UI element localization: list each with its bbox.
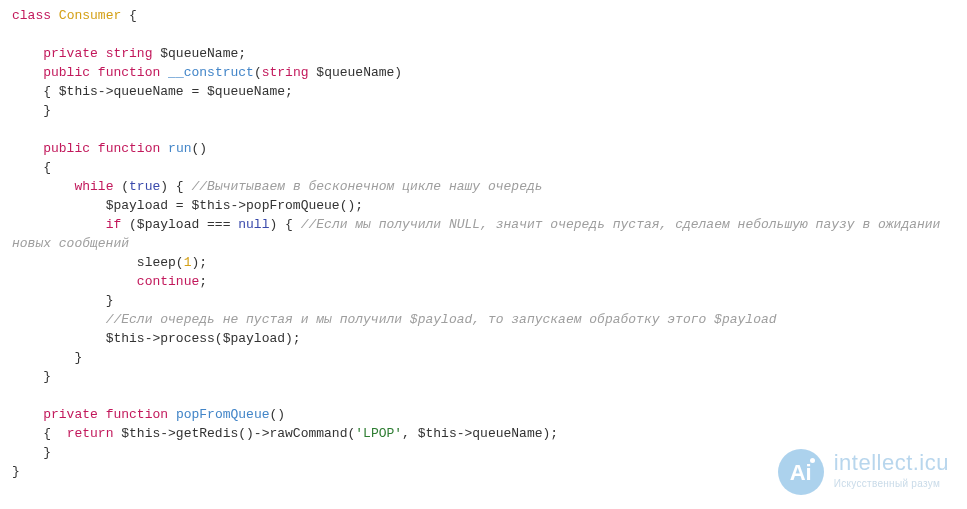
code-token-punct bbox=[98, 46, 106, 61]
code-token-kw: class bbox=[12, 8, 51, 23]
code-token-punct: () bbox=[191, 141, 207, 156]
code-token-punct bbox=[12, 141, 43, 156]
code-token-punct: ) { bbox=[160, 179, 191, 194]
code-token-punct bbox=[168, 407, 176, 422]
code-token-type: Consumer bbox=[59, 8, 121, 23]
code-token-kw: public bbox=[43, 141, 90, 156]
code-token-bool: null bbox=[238, 217, 269, 232]
code-token-punct: } bbox=[12, 350, 82, 365]
code-token-kw: function bbox=[106, 407, 168, 422]
code-token-kw: if bbox=[106, 217, 122, 232]
code-token-punct: ; bbox=[199, 274, 207, 289]
watermark-dot-icon bbox=[810, 458, 815, 463]
code-token-punct: ); bbox=[191, 255, 207, 270]
code-token-fn: __construct bbox=[168, 65, 254, 80]
watermark-badge: Ai bbox=[778, 449, 824, 495]
code-token-cmt: //Вычитываем в бесконечном цикле нашу оч… bbox=[191, 179, 542, 194]
code-token-punct: } bbox=[12, 103, 51, 118]
code-token-punct: , $this->queueName); bbox=[402, 426, 558, 441]
code-token-kw: function bbox=[98, 141, 160, 156]
code-token-kw: while bbox=[74, 179, 113, 194]
code-token-punct bbox=[12, 217, 106, 232]
code-token-punct: $this->getRedis()->rawCommand( bbox=[113, 426, 355, 441]
code-token-kw: private bbox=[43, 46, 98, 61]
code-token-kw: string bbox=[262, 65, 309, 80]
code-token-punct bbox=[51, 8, 59, 23]
code-token-punct bbox=[98, 407, 106, 422]
code-token-punct bbox=[12, 407, 43, 422]
code-token-str: 'LPOP' bbox=[355, 426, 402, 441]
code-token-fn: run bbox=[168, 141, 191, 156]
code-token-kw: public bbox=[43, 65, 90, 80]
code-token-punct: { bbox=[12, 426, 67, 441]
watermark-badge-text: Ai bbox=[790, 463, 812, 482]
code-token-bool: true bbox=[129, 179, 160, 194]
code-token-punct: $queueName) bbox=[309, 65, 403, 80]
code-token-punct: $payload = $this->popFromQueue(); bbox=[12, 198, 363, 213]
code-token-cmt: //Если очередь не пустая и мы получили $… bbox=[106, 312, 777, 327]
code-token-punct: ( bbox=[113, 179, 129, 194]
code-token-punct: } bbox=[12, 445, 51, 460]
code-token-kw: return bbox=[67, 426, 114, 441]
code-token-punct bbox=[160, 141, 168, 156]
code-token-kw: private bbox=[43, 407, 98, 422]
code-token-punct: { bbox=[121, 8, 137, 23]
code-token-kw: function bbox=[98, 65, 160, 80]
watermark: Ai intellect.icu Искусственный разум bbox=[778, 449, 949, 495]
code-token-punct: } bbox=[12, 293, 113, 308]
code-token-punct bbox=[90, 65, 98, 80]
code-token-punct: { $this->queueName = $queueName; bbox=[12, 84, 293, 99]
code-token-punct: $queueName; bbox=[152, 46, 246, 61]
code-token-punct bbox=[90, 141, 98, 156]
code-token-punct: $this->process($payload); bbox=[12, 331, 301, 346]
code-token-punct: () bbox=[270, 407, 286, 422]
code-token-kw: continue bbox=[137, 274, 199, 289]
watermark-title: intellect.icu bbox=[834, 452, 949, 474]
code-token-punct bbox=[12, 65, 43, 80]
code-token-punct: ( bbox=[254, 65, 262, 80]
code-token-punct: } bbox=[12, 464, 20, 479]
watermark-subtitle: Искусственный разум bbox=[834, 474, 949, 493]
code-token-punct: ) { bbox=[269, 217, 300, 232]
code-token-punct bbox=[12, 46, 43, 61]
code-token-punct bbox=[12, 274, 137, 289]
code-token-punct: ($payload === bbox=[121, 217, 238, 232]
code-token-kw: string bbox=[106, 46, 153, 61]
code-token-fn: popFromQueue bbox=[176, 407, 270, 422]
code-token-punct: sleep( bbox=[12, 255, 184, 270]
code-block: class Consumer { private string $queueNa… bbox=[0, 0, 967, 487]
code-token-punct: { bbox=[12, 160, 51, 175]
code-token-punct bbox=[160, 65, 168, 80]
code-token-punct bbox=[12, 312, 106, 327]
code-token-punct: } bbox=[12, 369, 51, 384]
code-token-punct bbox=[12, 179, 74, 194]
watermark-text: intellect.icu Искусственный разум bbox=[834, 452, 949, 493]
